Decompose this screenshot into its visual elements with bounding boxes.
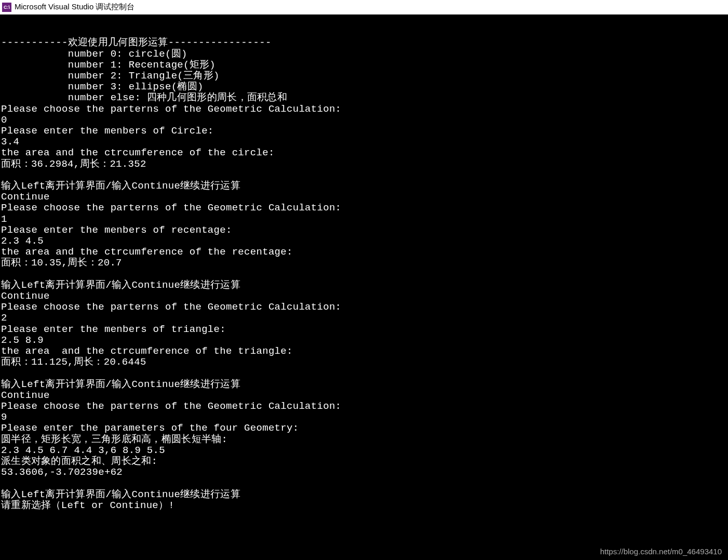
console-line: Continue	[1, 291, 727, 302]
console-line: Continue	[1, 390, 727, 401]
console-line: Please enter the menbers of triangle:	[1, 324, 727, 335]
console-line: 2.5 8.9	[1, 335, 727, 346]
console-line: Please choose the parterns of the Geomet…	[1, 203, 727, 214]
console-line: Continue	[1, 192, 727, 203]
console-line: 3.4	[1, 137, 727, 148]
console-line	[1, 170, 727, 181]
title-bar[interactable]: C:\ Microsoft Visual Studio 调试控制台	[0, 0, 728, 15]
console-line: Please choose the parterns of the Geomet…	[1, 302, 727, 313]
console-line: 输入Left离开计算界面/输入Continue继续进行运算	[1, 379, 727, 390]
console-line: 53.3606,-3.70239e+62	[1, 467, 727, 478]
app-icon: C:\	[2, 3, 11, 12]
console-output[interactable]: -----------欢迎使用几何图形运算----------------- n…	[0, 15, 728, 560]
console-line: 面积：36.2984,周长：21.352	[1, 159, 727, 170]
console-line: 1	[1, 214, 727, 225]
console-line: the area and the ctrcumference of the ci…	[1, 148, 727, 158]
console-line: 派生类对象的面积之和、周长之和:	[1, 456, 727, 467]
console-line: the area and the ctrcumference of the re…	[1, 247, 727, 258]
console-line: 面积：10.35,周长：20.7	[1, 258, 727, 269]
console-line: Please choose the parterns of the Geomet…	[1, 401, 727, 412]
console-line: number 0: circle(圆)	[1, 49, 727, 60]
console-line: 输入Left离开计算界面/输入Continue继续进行运算	[1, 280, 727, 291]
console-line: Please enter the menbers of Circle:	[1, 126, 727, 137]
console-line	[1, 269, 727, 280]
console-line: the area and the ctrcumference of the tr…	[1, 346, 727, 357]
console-line: 请重新选择（Left or Continue）!	[1, 500, 727, 511]
console-line: number 2: Triangle(三角形)	[1, 71, 727, 82]
console-line	[1, 478, 727, 489]
console-line: 2	[1, 313, 727, 324]
console-line: 0	[1, 115, 727, 126]
watermark-text: https://blog.csdn.net/m0_46493410	[600, 546, 722, 557]
console-line: 2.3 4.5 6.7 4.4 3,6 8.9 5.5	[1, 445, 727, 456]
console-line: 输入Left离开计算界面/输入Continue继续进行运算	[1, 489, 727, 500]
console-line: Please enter the menbers of recentage:	[1, 225, 727, 236]
console-line: 输入Left离开计算界面/输入Continue继续进行运算	[1, 181, 727, 192]
console-line: Please choose the parterns of the Geomet…	[1, 104, 727, 115]
console-line: 2.3 4.5	[1, 236, 727, 247]
console-line: 面积：11.125,周长：20.6445	[1, 357, 727, 368]
console-line: Please enter the parameters of the four …	[1, 423, 727, 434]
window-title: Microsoft Visual Studio 调试控制台	[15, 2, 134, 12]
console-line	[1, 368, 727, 379]
console-line: -----------欢迎使用几何图形运算-----------------	[1, 37, 727, 48]
console-line: 9	[1, 412, 727, 423]
console-line: number 3: ellipse(椭圆)	[1, 82, 727, 92]
console-line: 圆半径，矩形长宽，三角形底和高，椭圆长短半轴:	[1, 434, 727, 445]
console-line: number 1: Recentage(矩形)	[1, 60, 727, 71]
console-line: number else: 四种几何图形的周长，面积总和	[1, 92, 727, 103]
